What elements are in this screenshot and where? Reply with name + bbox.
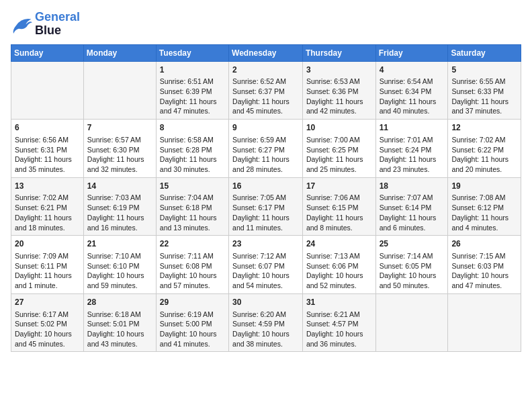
calendar-cell: 14Sunrise: 7:03 AMSunset: 6:19 PMDayligh… xyxy=(83,177,156,236)
calendar-cell: 29Sunrise: 6:19 AMSunset: 5:00 PMDayligh… xyxy=(156,293,228,352)
day-number: 10 xyxy=(306,122,372,134)
cell-content: Sunrise: 6:58 AM xyxy=(160,135,225,145)
col-header-saturday: Saturday xyxy=(448,44,521,61)
cell-content: Sunset: 6:07 PM xyxy=(232,261,299,271)
cell-content: Sunset: 5:00 PM xyxy=(160,319,225,329)
cell-content: Sunset: 6:19 PM xyxy=(87,203,152,213)
day-number: 11 xyxy=(380,122,445,134)
calendar-cell: 4Sunrise: 6:54 AMSunset: 6:34 PMDaylight… xyxy=(375,61,448,120)
cell-content: Sunset: 6:06 PM xyxy=(306,261,372,271)
cell-content: Daylight: 10 hours and 52 minutes. xyxy=(306,271,372,290)
calendar-cell: 6Sunrise: 6:56 AMSunset: 6:31 PMDaylight… xyxy=(11,120,84,178)
cell-content: Daylight: 10 hours and 38 minutes. xyxy=(232,329,299,349)
calendar-cell: 18Sunrise: 7:07 AMSunset: 6:14 PMDayligh… xyxy=(375,177,448,236)
cell-content: Daylight: 11 hours and 45 minutes. xyxy=(232,97,299,116)
col-header-monday: Monday xyxy=(83,44,156,61)
cell-content: Sunset: 6:15 PM xyxy=(306,203,372,213)
cell-content: Sunset: 6:30 PM xyxy=(87,145,152,155)
day-number: 29 xyxy=(160,297,225,308)
cell-content: Sunrise: 6:21 AM xyxy=(306,310,372,320)
day-number: 7 xyxy=(87,122,152,134)
day-number: 15 xyxy=(160,181,225,192)
cell-content: Daylight: 10 hours and 45 minutes. xyxy=(15,329,80,349)
cell-content: Daylight: 10 hours and 47 minutes. xyxy=(451,271,517,290)
cell-content: Sunrise: 7:05 AM xyxy=(232,193,299,203)
calendar-cell: 26Sunrise: 7:15 AMSunset: 6:03 PMDayligh… xyxy=(448,236,521,294)
cell-content: Daylight: 11 hours and 6 minutes. xyxy=(380,213,445,232)
day-number: 5 xyxy=(451,64,517,76)
day-number: 20 xyxy=(15,238,80,250)
cell-content: Sunset: 6:03 PM xyxy=(451,261,517,271)
day-number: 27 xyxy=(15,297,80,308)
calendar-cell xyxy=(375,293,448,352)
day-number: 31 xyxy=(306,297,372,308)
cell-content: Sunrise: 6:52 AM xyxy=(232,77,299,87)
calendar-cell: 31Sunrise: 6:21 AMSunset: 4:57 PMDayligh… xyxy=(302,293,375,352)
logo-icon xyxy=(11,15,32,34)
day-number: 12 xyxy=(451,122,517,134)
cell-content: Sunset: 6:36 PM xyxy=(306,87,372,97)
cell-content: Sunset: 5:01 PM xyxy=(87,319,152,329)
day-number: 26 xyxy=(451,238,517,250)
cell-content: Sunset: 6:11 PM xyxy=(15,261,80,271)
cell-content: Sunrise: 7:02 AM xyxy=(451,135,517,145)
cell-content: Sunset: 6:27 PM xyxy=(232,145,299,155)
cell-content: Sunset: 6:17 PM xyxy=(232,203,299,213)
cell-content: Sunrise: 7:00 AM xyxy=(306,135,372,145)
day-number: 28 xyxy=(87,297,152,308)
calendar-cell: 19Sunrise: 7:08 AMSunset: 6:12 PMDayligh… xyxy=(448,177,521,236)
cell-content: Daylight: 11 hours and 28 minutes. xyxy=(232,154,299,174)
cell-content: Daylight: 11 hours and 32 minutes. xyxy=(87,154,152,174)
day-number: 9 xyxy=(232,122,299,134)
day-number: 23 xyxy=(232,238,299,250)
calendar-cell: 2Sunrise: 6:52 AMSunset: 6:37 PMDaylight… xyxy=(229,61,303,120)
cell-content: Daylight: 11 hours and 47 minutes. xyxy=(160,97,225,116)
cell-content: Sunset: 6:05 PM xyxy=(380,261,445,271)
col-header-sunday: Sunday xyxy=(11,44,84,61)
cell-content: Daylight: 10 hours and 54 minutes. xyxy=(232,271,299,290)
day-number: 14 xyxy=(87,181,152,192)
calendar-cell: 9Sunrise: 6:59 AMSunset: 6:27 PMDaylight… xyxy=(229,120,303,178)
cell-content: Daylight: 10 hours and 41 minutes. xyxy=(160,329,225,349)
calendar-cell: 7Sunrise: 6:57 AMSunset: 6:30 PMDaylight… xyxy=(83,120,156,178)
cell-content: Sunrise: 7:11 AM xyxy=(160,251,225,261)
cell-content: Sunrise: 6:54 AM xyxy=(380,77,445,87)
cell-content: Sunset: 6:08 PM xyxy=(160,261,225,271)
cell-content: Sunset: 6:25 PM xyxy=(306,145,372,155)
cell-content: Sunrise: 6:51 AM xyxy=(160,77,225,87)
day-number: 24 xyxy=(306,238,372,250)
day-number: 8 xyxy=(160,122,225,134)
cell-content: Daylight: 11 hours and 37 minutes. xyxy=(451,97,517,116)
day-number: 2 xyxy=(232,64,299,76)
day-number: 22 xyxy=(160,238,225,250)
cell-content: Daylight: 10 hours and 50 minutes. xyxy=(380,271,445,290)
cell-content: Sunrise: 7:01 AM xyxy=(380,135,445,145)
cell-content: Daylight: 10 hours and 59 minutes. xyxy=(87,271,152,290)
cell-content: Sunset: 6:39 PM xyxy=(160,87,225,97)
day-number: 16 xyxy=(232,181,299,192)
cell-content: Sunrise: 7:13 AM xyxy=(306,251,372,261)
day-number: 13 xyxy=(15,181,80,192)
day-number: 21 xyxy=(87,238,152,250)
cell-content: Sunrise: 6:19 AM xyxy=(160,310,225,320)
logo-text: GeneralBlue xyxy=(35,11,80,38)
calendar-cell: 21Sunrise: 7:10 AMSunset: 6:10 PMDayligh… xyxy=(83,236,156,294)
day-number: 30 xyxy=(232,297,299,308)
cell-content: Sunset: 6:37 PM xyxy=(232,87,299,97)
day-number: 1 xyxy=(160,64,225,76)
cell-content: Daylight: 11 hours and 23 minutes. xyxy=(380,154,445,174)
calendar-cell: 12Sunrise: 7:02 AMSunset: 6:22 PMDayligh… xyxy=(448,120,521,178)
calendar-cell: 22Sunrise: 7:11 AMSunset: 6:08 PMDayligh… xyxy=(156,236,228,294)
cell-content: Daylight: 11 hours and 30 minutes. xyxy=(160,154,225,174)
cell-content: Daylight: 11 hours and 4 minutes. xyxy=(451,213,517,232)
cell-content: Daylight: 10 hours and 36 minutes. xyxy=(306,329,372,349)
calendar-cell: 3Sunrise: 6:53 AMSunset: 6:36 PMDaylight… xyxy=(302,61,375,120)
cell-content: Sunrise: 7:04 AM xyxy=(160,193,225,203)
calendar-cell xyxy=(448,293,521,352)
cell-content: Sunrise: 7:09 AM xyxy=(15,251,80,261)
calendar-cell xyxy=(83,61,156,120)
cell-content: Sunrise: 7:03 AM xyxy=(87,193,152,203)
cell-content: Sunrise: 7:15 AM xyxy=(451,251,517,261)
day-number: 3 xyxy=(306,64,372,76)
cell-content: Sunset: 6:24 PM xyxy=(380,145,445,155)
